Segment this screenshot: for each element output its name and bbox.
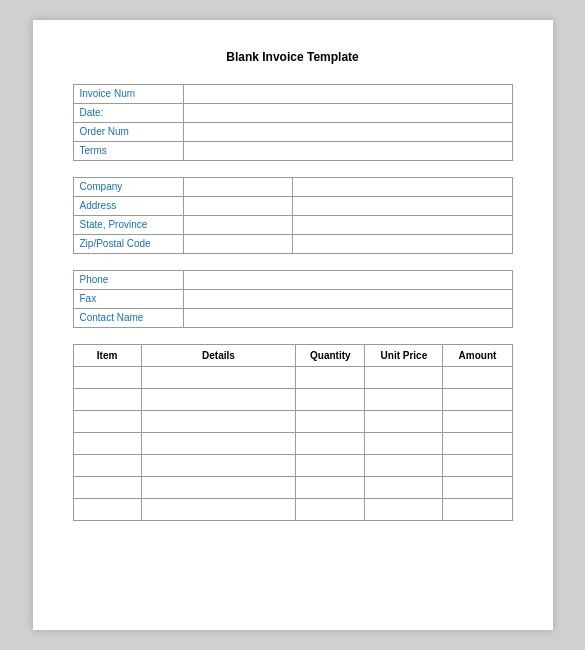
table-row <box>73 389 512 411</box>
date-label: Date: <box>74 104 184 122</box>
address-value[interactable] <box>184 197 293 215</box>
table-cell-5-1[interactable] <box>141 477 296 499</box>
invoice-section: Invoice Num Date: Order Num Terms <box>73 84 513 161</box>
zip-left: Zip/Postal Code <box>74 235 294 253</box>
table-cell-4-4[interactable] <box>443 455 512 477</box>
table-row <box>73 499 512 521</box>
table-cell-2-4[interactable] <box>443 411 512 433</box>
terms-value[interactable] <box>184 142 512 160</box>
company-label: Company <box>74 178 184 196</box>
order-num-row: Order Num <box>74 123 512 142</box>
table-cell-1-0[interactable] <box>73 389 141 411</box>
table-cell-3-2[interactable] <box>296 433 365 455</box>
table-cell-2-0[interactable] <box>73 411 141 433</box>
header-amount: Amount <box>443 345 512 367</box>
address-section: Company Address State, Province <box>73 177 513 254</box>
table-cell-5-4[interactable] <box>443 477 512 499</box>
contact-name-value[interactable] <box>184 309 512 327</box>
terms-row: Terms <box>74 142 512 160</box>
state-left: State, Province <box>74 216 294 234</box>
page-title: Blank Invoice Template <box>73 50 513 64</box>
table-cell-5-2[interactable] <box>296 477 365 499</box>
table-cell-4-1[interactable] <box>141 455 296 477</box>
table-cell-0-4[interactable] <box>443 367 512 389</box>
invoice-table: Item Details Quantity Unit Price Amount <box>73 344 513 521</box>
header-unit-price: Unit Price <box>365 345 443 367</box>
zip-row: Zip/Postal Code <box>74 235 512 253</box>
table-cell-2-3[interactable] <box>365 411 443 433</box>
table-cell-4-3[interactable] <box>365 455 443 477</box>
table-cell-3-4[interactable] <box>443 433 512 455</box>
invoice-page: Blank Invoice Template Invoice Num Date:… <box>33 20 553 630</box>
table-cell-0-1[interactable] <box>141 367 296 389</box>
terms-label: Terms <box>74 142 184 160</box>
table-cell-3-3[interactable] <box>365 433 443 455</box>
table-cell-5-0[interactable] <box>73 477 141 499</box>
table-cell-6-2[interactable] <box>296 499 365 521</box>
contact-section: Phone Fax Contact Name <box>73 270 513 328</box>
company-right <box>293 178 512 196</box>
phone-label: Phone <box>74 271 184 289</box>
header-item: Item <box>73 345 141 367</box>
table-row <box>73 367 512 389</box>
fax-label: Fax <box>74 290 184 308</box>
zip-value-right[interactable] <box>293 235 512 253</box>
state-label: State, Province <box>74 216 184 234</box>
state-row: State, Province <box>74 216 512 235</box>
invoice-num-value[interactable] <box>184 85 512 103</box>
invoice-num-row: Invoice Num <box>74 85 512 104</box>
state-value-right[interactable] <box>293 216 512 234</box>
table-cell-2-1[interactable] <box>141 411 296 433</box>
table-cell-2-2[interactable] <box>296 411 365 433</box>
order-num-value[interactable] <box>184 123 512 141</box>
order-num-label: Order Num <box>74 123 184 141</box>
invoice-num-label: Invoice Num <box>74 85 184 103</box>
table-cell-3-0[interactable] <box>73 433 141 455</box>
table-cell-0-0[interactable] <box>73 367 141 389</box>
state-right <box>293 216 512 234</box>
table-cell-4-0[interactable] <box>73 455 141 477</box>
fax-row: Fax <box>74 290 512 309</box>
fax-value[interactable] <box>184 290 512 308</box>
company-value-right[interactable] <box>293 178 512 196</box>
contact-name-row: Contact Name <box>74 309 512 327</box>
header-quantity: Quantity <box>296 345 365 367</box>
table-row <box>73 477 512 499</box>
contact-name-label: Contact Name <box>74 309 184 327</box>
zip-right <box>293 235 512 253</box>
table-cell-6-1[interactable] <box>141 499 296 521</box>
table-cell-1-4[interactable] <box>443 389 512 411</box>
table-cell-4-2[interactable] <box>296 455 365 477</box>
address-value-right[interactable] <box>293 197 512 215</box>
table-cell-3-1[interactable] <box>141 433 296 455</box>
address-left: Address <box>74 197 294 215</box>
table-cell-0-2[interactable] <box>296 367 365 389</box>
zip-value[interactable] <box>184 235 293 253</box>
date-value[interactable] <box>184 104 512 122</box>
table-cell-1-3[interactable] <box>365 389 443 411</box>
table-row <box>73 455 512 477</box>
table-header-row: Item Details Quantity Unit Price Amount <box>73 345 512 367</box>
table-cell-0-3[interactable] <box>365 367 443 389</box>
table-cell-1-2[interactable] <box>296 389 365 411</box>
phone-value[interactable] <box>184 271 512 289</box>
table-cell-6-3[interactable] <box>365 499 443 521</box>
table-row <box>73 433 512 455</box>
table-cell-1-1[interactable] <box>141 389 296 411</box>
header-details: Details <box>141 345 296 367</box>
company-row: Company <box>74 178 512 197</box>
table-cell-6-0[interactable] <box>73 499 141 521</box>
state-value[interactable] <box>184 216 293 234</box>
company-left: Company <box>74 178 294 196</box>
zip-label: Zip/Postal Code <box>74 235 184 253</box>
date-row: Date: <box>74 104 512 123</box>
address-label: Address <box>74 197 184 215</box>
table-row <box>73 411 512 433</box>
phone-row: Phone <box>74 271 512 290</box>
table-cell-5-3[interactable] <box>365 477 443 499</box>
address-row: Address <box>74 197 512 216</box>
company-value[interactable] <box>184 178 293 196</box>
table-cell-6-4[interactable] <box>443 499 512 521</box>
address-right <box>293 197 512 215</box>
